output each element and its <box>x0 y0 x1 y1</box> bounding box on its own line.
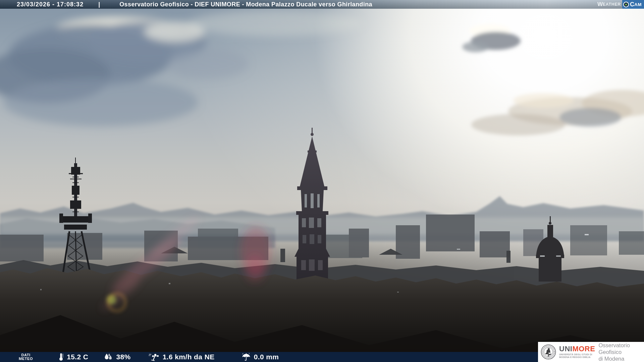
rain-reading: 0.0 mm <box>241 353 279 361</box>
separator: | <box>98 1 100 8</box>
humidity-drops-icon <box>104 353 113 361</box>
unimore-seal-icon <box>541 344 556 360</box>
weathercam-logo[interactable]: WEATHER CAM <box>597 0 644 9</box>
timestamp-title-bar: 23/03/2026 - 17:08:32 | Osservatorio Geo… <box>0 0 644 9</box>
wind-reading: 1.6 km/h da NE <box>148 353 215 361</box>
humidity-reading: 38% <box>104 353 130 361</box>
weathercam-word: W <box>597 1 603 8</box>
weathercam-lens-icon <box>623 2 629 7</box>
cloud-near-sun <box>462 24 521 52</box>
anemometer-icon <box>148 353 160 361</box>
unimore-wordmark: UNIMORE UNIVERSITÀ DEGLI STUDI DI MODENA… <box>559 345 595 359</box>
meteo-bar-label: DATI METEO <box>19 353 33 361</box>
rain-umbrella-icon <box>241 353 251 361</box>
unimore-logo-box[interactable]: UNIMORE UNIVERSITÀ DEGLI STUDI DI MODENA… <box>538 342 644 362</box>
city-panorama <box>0 0 644 362</box>
webcam-title: Osservatorio Geofisico - DIEF UNIMORE - … <box>119 1 372 8</box>
observatory-name: Osservatorio Geofisico di Modena <box>598 342 644 362</box>
weathercam-cam-box: CAM <box>622 0 644 9</box>
clouds-right <box>471 90 644 135</box>
temperature-reading: 15.2 C <box>58 353 88 361</box>
cloud-mass-top-left <box>0 11 362 126</box>
thermometer-icon <box>58 353 64 361</box>
webcam-frame: 23/03/2026 - 17:08:32 | Osservatorio Geo… <box>0 0 644 362</box>
datetime-text: 23/03/2026 - 17:08:32 <box>17 1 84 8</box>
